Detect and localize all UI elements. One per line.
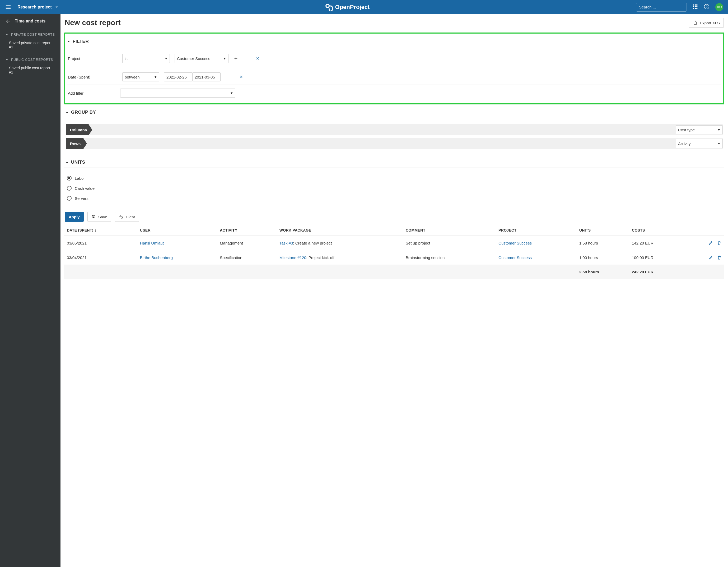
filter-section: FILTER Project is ▾ Customer <box>66 37 723 101</box>
delete-icon[interactable] <box>717 240 722 245</box>
td-wp: Milestone #120: Project kick-off <box>277 250 403 265</box>
groupby-section: GROUP BY Columns Cost type ▾ Rows Activi… <box>64 108 724 150</box>
hamburger-icon[interactable] <box>5 4 12 11</box>
global-search[interactable] <box>636 3 687 12</box>
svg-rect-3 <box>695 4 696 6</box>
groupby-columns-add[interactable]: Cost type <box>676 125 723 134</box>
svg-rect-13 <box>92 215 94 216</box>
td-activity: Specification <box>217 250 277 265</box>
totals-row: 2.58 hours242.20 EUR <box>64 265 724 279</box>
th-activity[interactable]: ACTIVITY <box>217 225 277 236</box>
project-selector[interactable]: Research project <box>17 5 59 10</box>
document-icon <box>693 20 697 25</box>
export-xls-button[interactable]: Export XLS <box>689 18 724 28</box>
sidebar-group-header[interactable]: PUBLIC COST REPORTS <box>5 56 55 63</box>
svg-rect-5 <box>693 6 694 7</box>
filter-section-toggle[interactable]: FILTER <box>66 37 723 47</box>
add-filter-row: Add filter ▾ <box>67 85 721 100</box>
chevron-up-icon <box>65 110 69 114</box>
remove-filter-icon[interactable]: ✕ <box>240 74 243 80</box>
radio-label: Servers <box>75 196 88 201</box>
sidebar-back[interactable]: Time and costs <box>0 19 60 29</box>
filter-project-value[interactable]: Customer Success <box>175 54 228 63</box>
td-wp: Task #3: Create a new project <box>277 236 403 250</box>
th-comment[interactable]: COMMENT <box>403 225 496 236</box>
sidebar-item[interactable]: Saved public cost report #1 <box>5 63 55 77</box>
radio-label: Labor <box>75 176 85 180</box>
export-xls-label: Export XLS <box>700 21 720 25</box>
th-units[interactable]: UNITS <box>577 225 629 236</box>
td-project: Customer Success <box>496 236 577 250</box>
sidebar-group-title: PUBLIC COST REPORTS <box>11 58 53 62</box>
clear-button[interactable]: Clear <box>115 212 139 222</box>
td-units: 1.00 hours <box>577 250 629 265</box>
radio-icon <box>67 186 72 190</box>
remove-filter-icon[interactable]: ✕ <box>256 56 259 61</box>
td-project: Customer Success <box>496 250 577 265</box>
edit-icon[interactable] <box>708 255 713 260</box>
td-user: Birthe Buchenberg <box>137 250 217 265</box>
delete-icon[interactable] <box>717 255 722 260</box>
add-filter-value-icon[interactable]: + <box>233 56 239 61</box>
action-bar: Apply Save Clear <box>64 212 724 222</box>
sidebar-item[interactable]: Saved private cost report #1 <box>5 38 55 52</box>
totals-units: 2.58 hours <box>577 265 629 279</box>
radio-cash-value[interactable]: Cash value <box>66 183 723 193</box>
clear-label: Clear <box>126 215 135 219</box>
header-actions: ? HU <box>693 3 723 11</box>
apply-button[interactable]: Apply <box>65 212 84 222</box>
td-costs: 142.20 EUR <box>629 236 685 250</box>
filter-section-title: FILTER <box>73 39 89 44</box>
radio-icon <box>67 196 72 201</box>
wp-link[interactable]: Milestone #120 <box>279 255 306 260</box>
save-button[interactable]: Save <box>87 212 111 222</box>
sidebar-group-title: PRIVATE COST REPORTS <box>11 32 55 36</box>
filter-row-date: Date (Spent) between ▾ ✕ <box>67 71 721 83</box>
user-link[interactable]: Birthe Buchenberg <box>140 255 173 260</box>
svg-text:?: ? <box>706 5 707 9</box>
filter-date-operator[interactable]: between <box>122 72 159 81</box>
svg-rect-9 <box>695 8 696 9</box>
page-title: New cost report <box>65 18 121 27</box>
groupby-section-toggle[interactable]: GROUP BY <box>64 108 724 118</box>
apps-icon[interactable] <box>693 4 698 10</box>
td-units: 1.58 hours <box>577 236 629 250</box>
filter-date-from[interactable] <box>164 72 192 81</box>
content-area: New cost report Export XLS FILTER Projec… <box>60 14 728 567</box>
filter-date-label: Date (Spent) <box>67 75 118 79</box>
sidebar: Time and costs PRIVATE COST REPORTS Save… <box>0 14 60 567</box>
filter-project-label: Project <box>67 56 118 61</box>
add-filter-select[interactable] <box>120 89 235 97</box>
units-section-toggle[interactable]: UNITS <box>64 158 724 168</box>
groupby-section-title: GROUP BY <box>71 110 96 115</box>
th-costs[interactable]: COSTS <box>629 225 685 236</box>
project-link[interactable]: Customer Success <box>498 241 532 245</box>
filter-project-operator[interactable]: is <box>122 54 170 63</box>
th-project[interactable]: PROJECT <box>496 225 577 236</box>
radio-labor[interactable]: Labor <box>66 173 723 183</box>
edit-icon[interactable] <box>708 240 713 245</box>
radio-servers[interactable]: Servers <box>66 193 723 203</box>
save-label: Save <box>98 215 107 219</box>
search-input[interactable] <box>639 5 689 9</box>
help-icon[interactable]: ? <box>704 4 710 10</box>
th-wp[interactable]: WORK PACKAGE <box>277 225 403 236</box>
radio-icon <box>67 176 72 180</box>
undo-icon <box>119 215 123 219</box>
groupby-rows-add[interactable]: Activity <box>676 139 723 148</box>
th-date[interactable]: DATE (SPENT) <box>64 225 137 236</box>
avatar[interactable]: HU <box>715 3 723 11</box>
svg-rect-4 <box>696 4 697 6</box>
user-link[interactable]: Hansi Umlaut <box>140 241 164 245</box>
sidebar-group-header[interactable]: PRIVATE COST REPORTS <box>5 31 55 38</box>
chevron-up-icon <box>67 40 71 43</box>
svg-rect-8 <box>693 8 694 9</box>
wp-link[interactable]: Task #3 <box>279 241 293 245</box>
project-link[interactable]: Customer Success <box>498 255 532 260</box>
chevron-down-icon <box>5 58 8 61</box>
table-row: 03/05/2021Hansi UmlautManagementTask #3:… <box>64 236 724 250</box>
th-user[interactable]: USER <box>137 225 217 236</box>
filter-date-to[interactable] <box>192 72 221 81</box>
sidebar-resizer[interactable] <box>59 291 62 300</box>
logo: OpenProject <box>59 3 636 11</box>
